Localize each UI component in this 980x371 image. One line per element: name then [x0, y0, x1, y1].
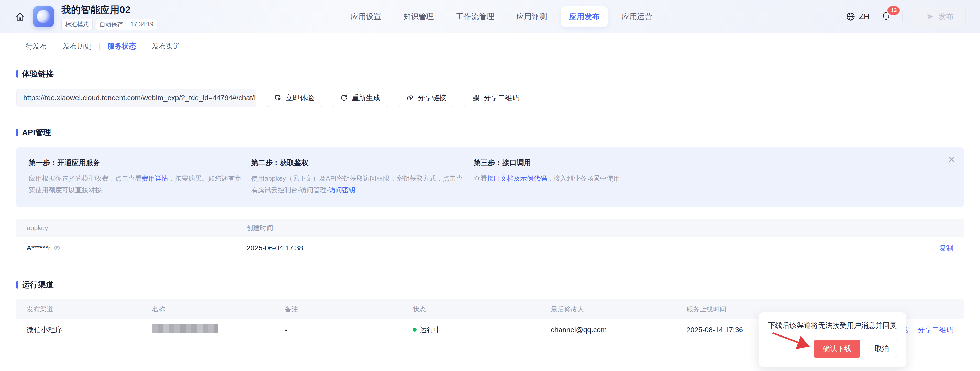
api-section-heading: API管理: [16, 127, 964, 138]
api-step-2: 第二步：获取鉴权 使用appkey（见下文）及API密钥获取访问权限，密钥获取方…: [251, 158, 465, 196]
regenerate-button[interactable]: 重新生成: [332, 89, 388, 107]
api-step-2-desc: 使用appkey（见下文）及API密钥获取访问权限，密钥获取方式，点击查看腾讯云…: [251, 174, 463, 194]
share-link-button[interactable]: 分享链接: [398, 89, 454, 107]
channel-modifier: channel@qq.com: [551, 326, 686, 334]
appkey-created-at: 2025-06-04 17:38: [247, 244, 887, 252]
subnav: 待发布 发布历史 服务状态 发布渠道: [0, 33, 980, 58]
section-bar: [16, 70, 18, 78]
cancel-button[interactable]: 取消: [867, 339, 897, 358]
home-icon: [15, 11, 25, 22]
link-icon: [406, 94, 414, 102]
try-now-label: 立即体验: [286, 93, 314, 103]
api-steps-panel: 第一步：开通应用服务 应用根据你选择的模型收费，点击查看费用详情，按需购买。如您…: [16, 147, 964, 208]
channel-name-redacted: [152, 324, 218, 333]
publish-button-label: 发布: [938, 11, 954, 22]
status-label: 运行中: [420, 325, 441, 335]
created-column-header: 创建时间: [247, 224, 887, 233]
main-nav: 应用设置 知识管理 工作流管理 应用评测 应用发布 应用运营: [342, 6, 660, 27]
share-qr-link[interactable]: 分享二维码: [918, 325, 953, 335]
api-step-3: 第三步：接口调用 查看接口文档及示例代码，接入到业务场景中使用: [474, 158, 687, 196]
section-bar: [16, 281, 18, 289]
experience-url-field[interactable]: https://tde.xiaowei.cloud.tencent.com/we…: [16, 89, 256, 107]
app-logo: [33, 6, 54, 27]
api-step-1-desc: 应用根据你选择的模型收费，点击查看: [29, 174, 142, 182]
copy-appkey-link[interactable]: 复制: [939, 244, 953, 252]
appkey-table: appkey 创建时间 A******r 2025-06-04 17:38 复制: [16, 219, 964, 259]
note-column-header: 备注: [285, 305, 413, 314]
share-link-label: 分享链接: [418, 93, 446, 103]
appkey-table-header: appkey 创建时间: [16, 219, 964, 237]
eye-off-icon[interactable]: [53, 244, 60, 252]
share-qr-label: 分享二维码: [484, 93, 519, 103]
qr-code-icon: [472, 94, 480, 102]
notification-count-badge: 13: [886, 5, 901, 16]
api-docs-link[interactable]: 接口文档及示例代码: [487, 174, 547, 182]
subnav-history[interactable]: 发布历史: [63, 41, 92, 51]
tab-knowledge[interactable]: 知识管理: [395, 6, 442, 27]
appkey-column-header: appkey: [16, 224, 247, 232]
cursor-click-icon: [274, 94, 282, 102]
autosave-badge: 自动保存于 17:34:19: [95, 19, 157, 30]
header-divider: [902, 11, 903, 22]
home-button[interactable]: [14, 11, 25, 22]
try-now-button[interactable]: 立即体验: [266, 89, 322, 107]
share-qr-button[interactable]: 分享二维码: [464, 89, 527, 107]
regenerate-label: 重新生成: [352, 93, 380, 103]
subnav-separator: [144, 43, 144, 49]
experience-section-title: 体验链接: [22, 68, 54, 79]
language-label: ZH: [859, 12, 870, 21]
subnav-pending[interactable]: 待发布: [25, 41, 47, 51]
offline-confirm-message: 下线后该渠道将无法接受用户消息并回复: [768, 321, 897, 330]
close-icon[interactable]: ×: [948, 153, 955, 165]
appkey-masked-value: A******r: [27, 244, 50, 252]
channels-section-heading: 运行渠道: [16, 279, 964, 290]
api-step-3-desc: 查看: [474, 174, 487, 182]
status-column-header: 状态: [413, 305, 551, 314]
api-step-1-title: 第一步：开通应用服务: [29, 158, 242, 168]
api-step-3-desc-after: ，接入到业务场景中使用: [547, 174, 620, 182]
app-header: 我的智能应用02 标准模式 自动保存于 17:34:19 应用设置 知识管理 工…: [0, 0, 980, 33]
refresh-icon: [340, 94, 348, 102]
access-key-link[interactable]: 访问密钥: [329, 186, 355, 194]
publish-button[interactable]: 发布: [914, 6, 966, 27]
send-icon: [926, 13, 934, 21]
tab-evaluation[interactable]: 应用评测: [508, 6, 555, 27]
name-column-header: 名称: [152, 305, 285, 314]
channel-note: -: [285, 326, 413, 334]
api-step-2-title: 第二步：获取鉴权: [251, 158, 465, 168]
logo-swirl-icon: [35, 8, 52, 25]
subnav-separator: [99, 43, 100, 49]
tab-operation[interactable]: 应用运营: [614, 6, 660, 27]
channel-column-header: 发布渠道: [16, 305, 152, 314]
offline-confirm-popover: 下线后该渠道将无法接受用户消息并回复 确认下线 取消: [759, 312, 906, 367]
experience-section-heading: 体验链接: [16, 68, 964, 79]
modifier-column-header: 最后修改人: [551, 305, 686, 314]
notifications-button[interactable]: 13: [881, 11, 891, 22]
section-bar: [16, 129, 18, 136]
api-step-3-title: 第三步：接口调用: [474, 158, 687, 168]
subnav-channels[interactable]: 发布渠道: [152, 41, 181, 51]
language-switcher[interactable]: ZH: [846, 12, 870, 21]
fee-detail-link[interactable]: 费用详情: [142, 174, 168, 182]
app-title: 我的智能应用02: [61, 3, 157, 16]
mode-badge: 标准模式: [61, 19, 92, 30]
appkey-row: A******r 2025-06-04 17:38 复制: [16, 237, 964, 259]
confirm-offline-button[interactable]: 确认下线: [814, 339, 860, 358]
subnav-separator: [55, 43, 55, 49]
tab-workflow[interactable]: 工作流管理: [448, 6, 503, 27]
channel-type: 微信小程序: [16, 325, 152, 335]
tab-app-settings[interactable]: 应用设置: [342, 6, 390, 27]
subnav-service-status[interactable]: 服务状态: [107, 41, 136, 51]
api-step-1: 第一步：开通应用服务 应用根据你选择的模型收费，点击查看费用详情，按需购买。如您…: [29, 158, 242, 196]
status-running-dot: [413, 328, 417, 331]
tab-publish[interactable]: 应用发布: [561, 6, 608, 27]
globe-icon: [846, 12, 856, 21]
channels-section-title: 运行渠道: [22, 279, 54, 290]
api-section-title: API管理: [22, 127, 51, 138]
